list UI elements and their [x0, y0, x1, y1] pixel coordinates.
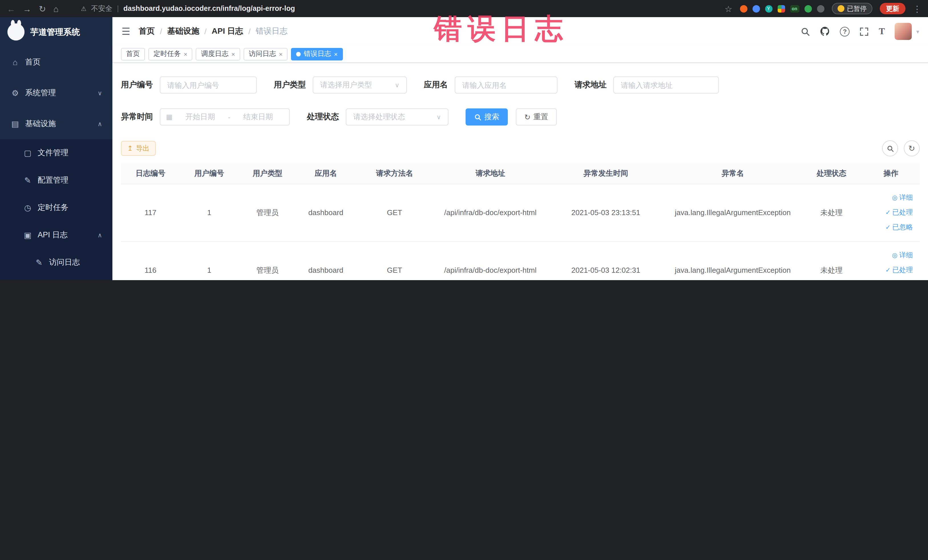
extension-on-badge[interactable]: on [790, 5, 799, 12]
config-icon: ✎ [23, 176, 32, 185]
security-label: 不安全 [91, 4, 112, 14]
col-user-type: 用户类型 [238, 163, 297, 184]
export-button[interactable]: ↥ 导出 [121, 141, 156, 156]
cell-app: dashboard [297, 241, 355, 280]
file-icon: ▢ [23, 148, 32, 157]
infrastructure-icon: ▤ [10, 119, 20, 128]
col-request-url: 请求地址 [434, 163, 547, 184]
close-icon[interactable]: × [334, 50, 338, 57]
address-separator: | [117, 5, 119, 12]
process-status-label: 处理状态 [307, 112, 339, 122]
sidebar-item-label: 访问日志 [49, 257, 80, 268]
breadcrumb-home[interactable]: 首页 [139, 26, 155, 37]
search-icon[interactable] [801, 26, 810, 36]
sidebar-item-home[interactable]: ⌂ 首页 [0, 47, 112, 78]
close-icon[interactable]: × [231, 50, 235, 57]
cell-user-id: 1 [180, 241, 238, 280]
github-icon[interactable] [820, 26, 830, 37]
tab-access-log[interactable]: 访问日志 × [244, 48, 288, 60]
tab-scheduled-tasks[interactable]: 定时任务 × [148, 48, 192, 60]
avatar[interactable] [894, 23, 912, 40]
user-id-input[interactable] [160, 76, 257, 93]
sidebar-item-system-management[interactable]: ⚙ 系统管理 ∨ [0, 78, 112, 108]
col-log-id: 日志编号 [121, 163, 180, 184]
user-type-select[interactable]: 请选择用户类型 ∨ [313, 76, 407, 93]
cell-user-type: 管理员 [238, 184, 297, 241]
extension-icon-6[interactable] [817, 5, 824, 12]
reset-button[interactable]: ↻ 重置 [516, 108, 557, 125]
logo-rabbit-icon [8, 23, 24, 41]
app-title: 芋道管理系统 [30, 26, 80, 37]
cell-url: /api/infra/db-doc/export-html [434, 184, 547, 241]
font-size-icon[interactable]: T [879, 26, 885, 37]
forward-icon[interactable]: → [23, 4, 31, 13]
back-icon[interactable]: ← [7, 4, 15, 13]
ignored-link[interactable]: ✓已忽略 [864, 278, 917, 280]
extension-icon-5[interactable] [804, 5, 812, 12]
close-icon[interactable]: × [279, 50, 283, 57]
app-name-input[interactable] [455, 76, 557, 93]
help-icon[interactable]: ? [840, 26, 850, 36]
sidebar-item-label: 基础设施 [25, 119, 56, 129]
search-button[interactable]: 搜索 [466, 108, 508, 125]
sidebar-item-config-management[interactable]: ✎ 配置管理 [0, 166, 112, 194]
check-icon: ✓ [885, 224, 891, 231]
sidebar-item-label: 配置管理 [38, 175, 69, 185]
close-icon[interactable]: × [184, 50, 188, 57]
tabs-bar: 首页 定时任务 × 调度日志 × 访问日志 × 错误日志 × [112, 46, 928, 63]
cell-log-id: 116 [121, 241, 180, 280]
check-icon: ✓ [885, 209, 891, 216]
chevron-up-icon: ∧ [98, 231, 102, 239]
tab-label: 访问日志 [249, 49, 276, 59]
emoji-icon [837, 5, 844, 12]
sidebar-item-infrastructure[interactable]: ▤ 基础设施 ∧ [0, 108, 112, 139]
sidebar-item-label: 文件管理 [38, 148, 69, 158]
processed-link[interactable]: ✓已处理 [864, 205, 917, 220]
chevron-down-icon: ∨ [437, 113, 441, 121]
avatar-caret-icon[interactable]: ▾ [916, 28, 919, 35]
sidebar-item-scheduled-tasks[interactable]: ◷ 定时任务 [0, 194, 112, 221]
address-bar[interactable]: ⚠ 不安全 | dashboard.yudao.iocoder.cn/infra… [66, 4, 717, 14]
extension-icon-3[interactable]: Y [765, 5, 772, 12]
hamburger-icon[interactable]: ☰ [122, 25, 130, 37]
refresh-table-button[interactable]: ↻ [904, 140, 920, 156]
home-icon: ⌂ [10, 58, 20, 67]
browser-home-icon[interactable]: ⌂ [53, 4, 58, 13]
exception-time-range-picker[interactable]: ▦ 开始日期 - 结束日期 [160, 108, 290, 125]
tab-schedule-log[interactable]: 调度日志 × [196, 48, 240, 60]
breadcrumb-api-log[interactable]: API 日志 [212, 26, 243, 37]
reload-icon[interactable]: ↻ [39, 4, 46, 13]
extension-icon-4[interactable] [777, 5, 785, 12]
error-log-table: 日志编号 用户编号 用户类型 应用名 请求方法名 请求地址 异常发生时间 异常名… [121, 163, 920, 280]
access-log-icon: ✎ [34, 258, 44, 267]
paused-extension-chip[interactable]: 已暂停 [832, 3, 872, 14]
detail-link[interactable]: ◎详细 [864, 248, 917, 263]
browser-update-button[interactable]: 更新 [880, 3, 905, 14]
breadcrumb-separator: / [249, 27, 251, 36]
export-button-label: 导出 [136, 143, 150, 153]
process-status-select[interactable]: 请选择处理状态 ∨ [346, 108, 449, 125]
cell-exception: java.lang.IllegalArgumentException [665, 184, 801, 241]
app-name-label: 应用名 [424, 80, 448, 90]
detail-link[interactable]: ◎详细 [864, 190, 917, 205]
fullscreen-icon[interactable] [859, 26, 869, 36]
extension-icon-1[interactable] [740, 5, 747, 12]
app-logo[interactable]: 芋道管理系统 [0, 17, 112, 47]
ignored-link[interactable]: ✓已忽略 [864, 220, 917, 235]
sidebar-item-access-log[interactable]: ✎ 访问日志 [0, 249, 112, 276]
tab-error-log[interactable]: 错误日志 × [291, 48, 343, 60]
toggle-search-button[interactable] [882, 140, 898, 156]
tab-home[interactable]: 首页 [121, 48, 145, 60]
sidebar-item-label: 首页 [25, 57, 41, 67]
browser-menu-icon[interactable]: ⋮ [913, 4, 922, 13]
sidebar-item-api-log[interactable]: ▣ API 日志 ∧ [0, 221, 112, 249]
extension-icon-2[interactable] [752, 5, 760, 12]
sidebar-item-file-management[interactable]: ▢ 文件管理 [0, 139, 112, 166]
breadcrumb-infrastructure[interactable]: 基础设施 [167, 26, 199, 37]
cell-app: dashboard [297, 184, 355, 241]
request-url-input[interactable] [614, 76, 719, 93]
bookmark-star-icon[interactable]: ☆ [725, 4, 732, 13]
date-end-placeholder: 结束日期 [233, 112, 284, 122]
processed-link[interactable]: ✓已处理 [864, 263, 917, 278]
sidebar-item-error-log[interactable]: ✎ 错误日志 [0, 276, 112, 280]
